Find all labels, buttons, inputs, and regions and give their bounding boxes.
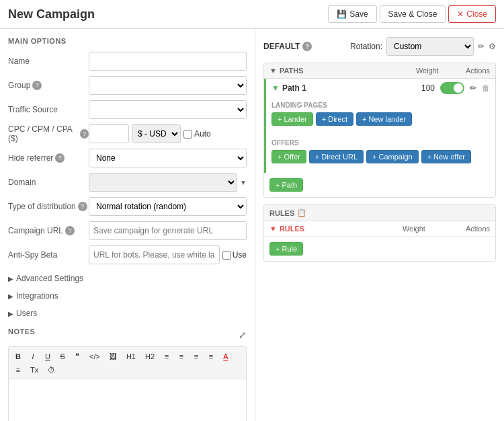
notes-section: NOTES ⤢ B I U S ❝ </> 🖼 H1 H2 ≡ ≡ ≡ ≡ [8,328,247,421]
clear-format-button[interactable]: Tx [26,364,42,376]
paths-header: ▼ PATHS Weight Actions [264,63,495,79]
anti-spy-input[interactable] [89,245,220,264]
paths-header-left: ▼ PATHS [269,67,304,75]
anti-spy-label: Anti-Spy Beta [8,250,89,260]
auto-checkbox[interactable] [183,130,192,139]
distribution-select[interactable]: Normal rotation (random) [89,197,247,216]
advanced-settings-toggle[interactable]: ▶ Advanced Settings [8,270,247,287]
add-rule-button[interactable]: + Rule [269,242,303,256]
close-icon: ✕ [457,9,464,19]
path-1-chevron-icon: ▼ [271,83,280,93]
hide-referrer-help-icon[interactable]: ? [55,153,65,163]
traffic-source-select[interactable] [89,100,247,119]
name-group: Name [8,52,247,71]
cpc-label: CPC / CPM / CPA ($) ? [8,124,89,143]
use-checkbox[interactable] [222,251,231,260]
users-chevron-icon: ▶ [8,310,13,317]
path-1-toggle[interactable] [440,82,464,94]
image-button[interactable]: 🖼 [106,350,121,362]
offer-button[interactable]: + Offer [271,150,306,163]
campaign-url-label: Campaign URL ? [8,226,89,235]
add-path-button[interactable]: + Path [269,178,303,192]
path-1-left: ▼ Path 1 [271,83,306,93]
domain-label: Domain [8,178,89,187]
outdent-button[interactable]: ≡ [204,350,218,362]
path-1-edit-icon[interactable]: ✏ [470,83,476,93]
campaign-url-input[interactable] [89,221,247,240]
path-1-row: ▼ Path 1 100 ✏ 🗑 [266,79,495,98]
rotation-row: Rotation: Custom ✏ ⚙ [350,37,496,56]
align-button[interactable]: ≡ [11,364,25,376]
integrations-toggle[interactable]: ▶ Integrations [8,287,247,305]
campaign-button[interactable]: + Campaign [366,150,419,163]
close-button[interactable]: ✕ Close [448,5,496,23]
notes-toolbar: B I U S ❝ </> 🖼 H1 H2 ≡ ≡ ≡ ≡ A ≡ Tx ⏱ [8,346,247,379]
pen-icon[interactable]: ✏ [478,42,485,51]
expand-icon[interactable]: ⤢ [239,330,247,340]
right-top: DEFAULT ? Rotation: Custom ✏ ⚙ [263,37,496,56]
add-path-row: + Path [264,173,495,197]
quote-button[interactable]: ❝ [71,350,84,362]
campaign-url-group: Campaign URL ? [8,221,247,240]
distribution-help-icon[interactable]: ? [78,202,87,211]
use-checkbox-label[interactable]: Use [222,250,247,260]
main-layout: MAIN OPTIONS Name Group ? Traffic Source [0,29,504,421]
default-label: DEFAULT ? [263,42,312,51]
currency-select[interactable]: $ - USD [132,124,181,143]
hide-referrer-select[interactable]: None [89,149,247,167]
group-help-icon[interactable]: ? [32,81,42,90]
domain-select[interactable] [89,173,237,192]
domain-group: Domain ▼ [8,173,247,192]
name-label: Name [8,56,89,66]
new-lander-button[interactable]: + New lander [356,112,412,126]
rules-copy-icon[interactable]: 📋 [297,208,306,217]
path-1-right: 100 ✏ 🗑 [421,82,490,94]
save-close-button[interactable]: Save & Close [380,5,446,23]
code-button[interactable]: </> [85,350,104,362]
new-offer-button[interactable]: + New offer [421,150,471,163]
strikethrough-button[interactable]: S [56,350,69,362]
underline-button[interactable]: U [41,350,54,362]
advanced-settings-chevron-icon: ▶ [8,275,13,282]
left-panel: MAIN OPTIONS Name Group ? Traffic Source [0,29,255,421]
save-button[interactable]: 💾 Save [328,5,376,23]
name-input[interactable] [89,52,247,71]
gear-icon[interactable]: ⚙ [489,42,496,51]
right-panel: DEFAULT ? Rotation: Custom ✏ ⚙ ▼ [255,29,504,421]
direct-url-button[interactable]: + Direct URL [309,150,364,163]
rotation-label: Rotation: [350,42,382,51]
rules-sub-right: Weight Actions [403,225,490,233]
rotation-select[interactable]: Custom [386,37,474,56]
traffic-source-group: Traffic Source [8,100,247,119]
save-icon: 💾 [337,9,347,19]
color-button[interactable]: A [219,350,233,362]
integrations-chevron-icon: ▶ [8,293,13,300]
main-options-title: MAIN OPTIONS [8,37,247,45]
lander-button[interactable]: + Lander [271,112,313,126]
direct-button[interactable]: + Direct [316,112,353,126]
paths-header-right: Weight Actions [416,67,490,75]
notes-title: NOTES [8,328,35,336]
cpc-help-icon[interactable]: ? [80,129,89,139]
users-toggle[interactable]: ▶ Users [8,305,247,322]
h2-button[interactable]: H2 [141,350,159,362]
path-1-delete-icon[interactable]: 🗑 [482,83,490,93]
bold-button[interactable]: B [11,350,25,362]
landing-pages-buttons: + Lander + Direct + New lander [271,112,490,126]
ul-button[interactable]: ≡ [160,350,173,362]
auto-checkbox-label[interactable]: Auto [183,129,211,139]
notes-editor[interactable] [8,379,247,421]
italic-button[interactable]: I [26,350,40,362]
indent-button[interactable]: ≡ [190,350,203,362]
h1-button[interactable]: H1 [122,350,140,362]
default-help-icon[interactable]: ? [302,42,312,51]
offers-title: OFFERS [271,139,490,147]
group-select[interactable] [89,76,247,95]
page-title: New Campaign [8,7,95,22]
rules-header: RULES 📋 [264,205,495,221]
landing-pages-sub: LANDING PAGES + Lander + Direct + New la… [266,98,495,135]
timestamp-button[interactable]: ⏱ [44,364,59,376]
cpc-input[interactable] [89,124,129,143]
ol-button[interactable]: ≡ [175,350,188,362]
campaign-url-help-icon[interactable]: ? [65,226,75,235]
